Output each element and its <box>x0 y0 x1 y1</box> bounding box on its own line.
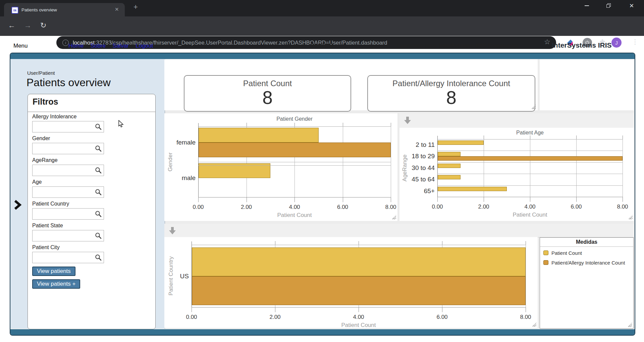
view-patients-plus-button[interactable]: View patients + <box>32 279 80 289</box>
tick-mark-top <box>359 241 359 245</box>
chart-title: Patient Age <box>437 130 623 136</box>
y-axis-label: Gender <box>167 152 174 171</box>
x-tick-label: 4.00 <box>353 314 364 321</box>
band-separator <box>437 185 623 186</box>
bar-patient-count <box>438 140 484 145</box>
bar-patient-count <box>438 175 461 179</box>
bar-patient-allergy-intolerance-count <box>199 142 391 157</box>
browser-tab[interactable]: IR Patients overview ✕ <box>4 3 125 16</box>
filter-field-agerange <box>32 165 104 176</box>
back-button[interactable]: ← <box>8 21 15 30</box>
breadcrumb: User/Patient <box>27 70 55 76</box>
tick-mark-bottom <box>437 197 438 202</box>
gridline <box>576 139 577 197</box>
gridline <box>530 139 530 197</box>
filter-label: Gender <box>32 135 50 141</box>
search-icon[interactable] <box>95 232 102 239</box>
browser-menu-kebab-icon[interactable]: ⋮ <box>632 38 638 46</box>
nav-link-home[interactable]: Home <box>68 43 84 49</box>
filter-input[interactable] <box>33 253 94 262</box>
forward-button[interactable]: → <box>24 21 32 30</box>
legend-item: Patient/Allergy Intolerance Count <box>543 260 633 266</box>
empty-widget <box>540 59 634 110</box>
reload-button[interactable]: ↻ <box>40 21 46 30</box>
filter-label: Patient State <box>32 223 63 229</box>
legend-swatch <box>543 250 548 255</box>
search-icon[interactable] <box>95 188 102 196</box>
tick-mark-bottom <box>275 307 275 312</box>
tick-mark-top <box>442 241 442 245</box>
bar-patient-count <box>438 187 507 191</box>
nav-separator: | <box>131 43 133 49</box>
filter-label: Age <box>32 179 42 185</box>
legend-resize-grip[interactable] <box>628 323 632 327</box>
bookmark-star-icon[interactable]: ☆ <box>544 38 550 46</box>
nav-link-logout[interactable]: Logout <box>136 43 153 49</box>
browser-tab-strip: IR Patients overview ✕ + ✕ <box>0 0 644 16</box>
nav-link-salvar[interactable]: Salvar <box>113 43 129 49</box>
gender-chart-resize-grip[interactable] <box>392 215 396 219</box>
gridline <box>623 139 623 197</box>
site-info-icon[interactable]: i <box>62 40 69 46</box>
age-chart-resize-grip[interactable] <box>628 215 633 219</box>
filter-field-patient-state <box>32 230 104 241</box>
band-separator <box>437 174 623 174</box>
down-arrow-icon[interactable] <box>404 116 412 125</box>
dashboard-sidebar: User/Patient Patients overview Filtros A… <box>10 59 165 329</box>
filter-field-allergy-intolerance <box>32 121 104 132</box>
category-label: US <box>164 273 189 280</box>
band-separator <box>437 162 623 163</box>
filter-input[interactable] <box>33 209 94 219</box>
x-tick-label: 0.00 <box>193 204 204 211</box>
tab-close-icon[interactable]: ✕ <box>115 6 119 12</box>
filter-field-patient-city <box>32 252 104 263</box>
x-tick-label: 4.00 <box>524 204 535 210</box>
search-icon[interactable] <box>95 145 102 152</box>
new-tab-button[interactable]: + <box>133 3 138 11</box>
chart-title: Patient Gender <box>198 116 391 122</box>
x-tick-label: 2.00 <box>269 314 280 321</box>
search-icon[interactable] <box>95 254 102 261</box>
tick-mark-top <box>391 123 391 126</box>
kpi-value: 8 <box>184 88 351 108</box>
window-close-button[interactable]: ✕ <box>624 0 639 11</box>
nav-link-sobre[interactable]: Sobre <box>91 43 106 49</box>
search-icon[interactable] <box>95 210 102 218</box>
menu-label[interactable]: Menu <box>13 43 28 49</box>
tick-mark-top <box>294 123 295 126</box>
x-tick-label: 8.00 <box>617 204 628 210</box>
view-patients-button[interactable]: View patients <box>32 267 75 276</box>
country-chart-resize-grip[interactable] <box>532 322 536 327</box>
filter-label: Patient City <box>32 244 60 250</box>
kpi-title: Patient/Allergy Intolerance Count <box>368 79 535 88</box>
sidebar-collapse-chevron-icon[interactable] <box>13 200 22 210</box>
bar-patient-allergy-intolerance-count <box>438 156 623 161</box>
filter-input[interactable] <box>33 144 94 153</box>
browser-profile-avatar[interactable]: J <box>611 38 622 48</box>
tick-mark-top <box>247 123 247 126</box>
user-info: Usuário: _SYSTEM <box>285 43 333 49</box>
license-label: Licenciado para: <box>397 43 438 49</box>
intersystems-iris-logo: InterSystems IRIS <box>552 41 612 49</box>
search-icon[interactable] <box>95 123 102 130</box>
filter-input[interactable] <box>33 231 94 240</box>
x-tick-label: 6.00 <box>337 204 348 211</box>
filter-input[interactable] <box>33 166 94 175</box>
category-label: 45 to 64 <box>399 176 435 183</box>
search-icon[interactable] <box>95 167 102 174</box>
legend-swatch <box>543 260 548 265</box>
x-tick-label: 6.00 <box>571 204 582 210</box>
down-arrow-icon[interactable] <box>168 226 176 235</box>
dashboard-bottom-bar <box>10 329 635 335</box>
band-separator <box>198 162 391 162</box>
window-minimize-button[interactable] <box>579 0 594 11</box>
filter-input[interactable] <box>33 187 94 197</box>
category-label: female <box>164 139 196 146</box>
gridline <box>526 245 526 307</box>
tick-mark-top <box>623 135 623 139</box>
filter-input[interactable] <box>33 122 94 131</box>
dashboard-top-bar <box>10 53 635 59</box>
tab-title: Patients overview <box>21 7 57 12</box>
window-restore-button[interactable] <box>601 0 616 11</box>
x-axis-label: Patient Count <box>192 322 526 329</box>
